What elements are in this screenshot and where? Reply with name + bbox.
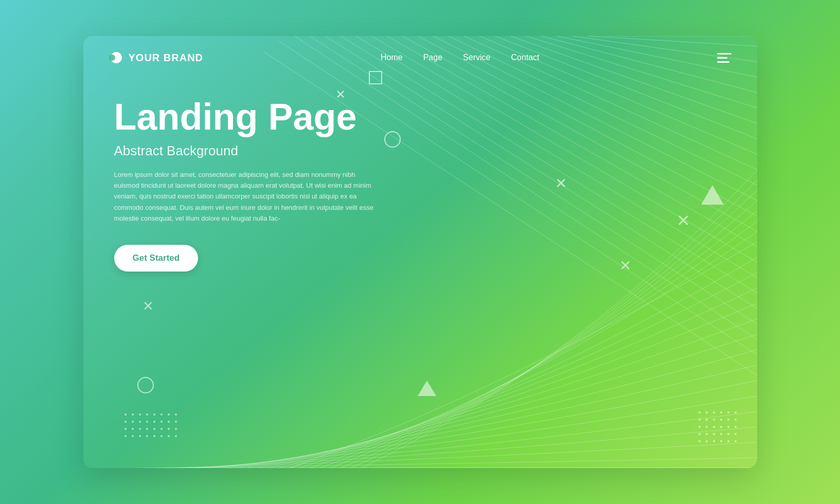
hero-subtitle: Abstract Background [114, 143, 382, 159]
nav-link-service[interactable]: Service [463, 53, 490, 62]
nav-item-contact[interactable]: Contact [511, 53, 539, 62]
nav-link-page[interactable]: Page [423, 53, 442, 62]
dot-grid-bottom-left [124, 413, 177, 437]
hamburger-line-2 [717, 57, 727, 59]
hero-body: Lorem ipsum dolor sit amet, consectetuer… [114, 169, 382, 224]
dot-grid-bottom-right [699, 411, 737, 442]
x-decoration-3: ✕ [676, 211, 690, 230]
nav-links: Home Page Service Contact [381, 53, 540, 62]
x-decoration-4: ✕ [619, 257, 631, 274]
outer-background: YOUR BRAND Home Page Service Contact [0, 0, 840, 504]
brand-icon [109, 50, 123, 65]
hamburger-line-3 [717, 61, 729, 63]
hamburger-menu[interactable] [717, 53, 731, 63]
hero-title: Landing Page [114, 98, 382, 137]
hero-content: Landing Page Abstract Background Lorem i… [114, 98, 382, 272]
get-started-button[interactable]: Get Started [114, 245, 199, 272]
circle-decoration-2 [137, 377, 154, 393]
nav-item-service[interactable]: Service [463, 53, 490, 62]
nav-link-home[interactable]: Home [381, 53, 403, 62]
nav-link-contact[interactable]: Contact [511, 53, 539, 62]
nav-item-home[interactable]: Home [381, 53, 403, 62]
circle-decoration-1 [384, 131, 401, 148]
landing-card: YOUR BRAND Home Page Service Contact [83, 36, 757, 468]
navbar: YOUR BRAND Home Page Service Contact [83, 36, 757, 79]
brand-name: YOUR BRAND [129, 52, 204, 64]
brand-logo: YOUR BRAND [109, 50, 204, 65]
hamburger-line-1 [717, 53, 731, 55]
x-decoration-2: ✕ [555, 175, 567, 192]
triangle-decoration-1 [418, 381, 436, 396]
triangle-decoration-2 [701, 185, 724, 205]
x-decoration-5: ✕ [142, 298, 154, 314]
nav-item-page[interactable]: Page [423, 53, 442, 62]
